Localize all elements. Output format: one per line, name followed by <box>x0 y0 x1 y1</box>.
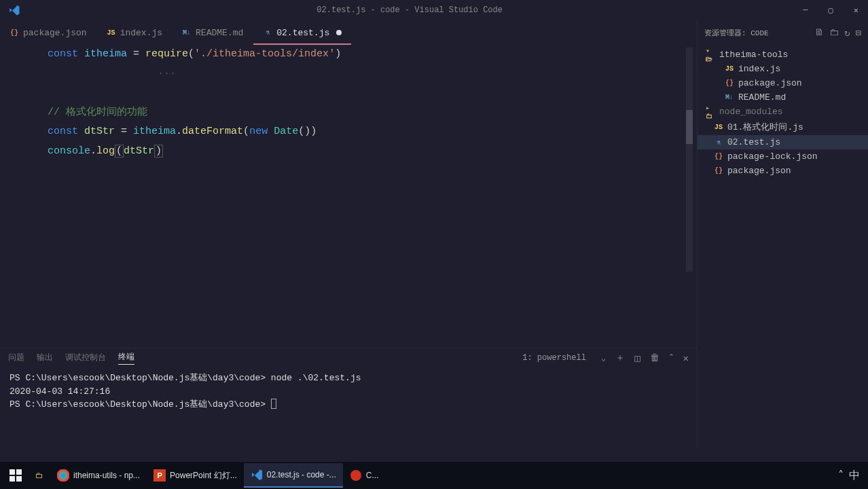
new-terminal-icon[interactable]: ＋ <box>615 352 625 364</box>
svg-rect-2 <box>10 476 15 482</box>
taskbar-chrome[interactable]: itheima-utils - np... <box>50 463 147 488</box>
start-button[interactable] <box>3 463 29 488</box>
code-line-2: const dtStr = itheima.dateFormat(new Dat… <box>48 122 683 142</box>
tab-02-test-js[interactable]: ⚗ 02.test.js <box>253 20 352 45</box>
tab-label: package.json <box>23 28 87 38</box>
taskbar-label: C... <box>366 471 379 480</box>
folder-open-icon: ▾ 🗁 <box>706 50 715 60</box>
new-folder-icon[interactable]: 🗀 <box>829 27 839 39</box>
explorer-header: 资源管理器: CODE 🗎 🗀 ↻ ⊟ <box>698 20 868 45</box>
powerpoint-icon: P <box>153 469 166 482</box>
windows-taskbar: 🗀 itheima-utils - np... P PowerPoint 幻灯.… <box>0 462 868 489</box>
chevron-down-icon[interactable]: ⌄ <box>601 353 606 363</box>
tree-label: README.md <box>738 92 786 103</box>
taskbar-vscode[interactable]: 02.test.js - code -... <box>244 463 343 488</box>
minimize-button[interactable]: ─ <box>799 4 812 17</box>
file-index-js[interactable]: JS index.js <box>698 62 868 76</box>
file-tree: ▾ 🗁 itheima-tools JS index.js {} package… <box>698 45 868 181</box>
tree-label: package.json <box>727 166 791 176</box>
md-icon: M↓ <box>725 93 734 103</box>
close-button[interactable]: ✕ <box>850 4 863 17</box>
title-bar: 02.test.js - code - Visual Studio Code ─… <box>0 0 868 20</box>
terminal-output[interactable]: PS C:\Users\escook\Desktop\Node.js基础\day… <box>0 367 697 462</box>
editor-area[interactable]: const itheima = require('./itheima-tools… <box>0 45 697 334</box>
close-panel-icon[interactable]: ✕ <box>683 352 689 364</box>
json-icon: {} <box>714 152 723 162</box>
tree-label: package.json <box>738 78 802 88</box>
kill-terminal-icon[interactable]: 🗑 <box>650 352 659 363</box>
svg-rect-3 <box>16 476 22 482</box>
file-package-lock-json[interactable]: {} package-lock.json <box>698 149 868 164</box>
taskbar-powerpoint[interactable]: P PowerPoint 幻灯... <box>147 463 244 488</box>
code-line-3: console.log(dtStr) <box>48 142 683 162</box>
vscode-icon <box>251 469 263 481</box>
scrollbar-thumb[interactable] <box>686 110 693 144</box>
code-editor[interactable]: const itheima = require('./itheima-tools… <box>0 45 697 161</box>
tray-ime-icon[interactable]: 中 <box>849 469 860 483</box>
collapse-icon[interactable]: ⊟ <box>856 27 861 39</box>
tree-label: index.js <box>738 64 780 74</box>
terminal-line: PS C:\Users\escook\Desktop\Node.js基础\day… <box>10 372 687 385</box>
new-file-icon[interactable]: 🗎 <box>814 27 824 39</box>
windows-icon <box>10 469 22 482</box>
file-02-test-js[interactable]: ⚗ 02.test.js <box>698 135 868 149</box>
taskbar-app-c[interactable]: C... <box>343 463 386 488</box>
tab-label: index.js <box>120 28 162 38</box>
terminal-prompt: PS C:\Users\escook\Desktop\Node.js基础\day… <box>10 398 687 412</box>
folder-itheima-tools[interactable]: ▾ 🗁 itheima-tools <box>698 48 868 62</box>
code-comment: // 格式化时间的功能 <box>48 103 683 123</box>
code-fold-dots: ··· <box>48 65 683 84</box>
tray-up-icon[interactable]: ˄ <box>838 469 844 483</box>
tab-dirty-indicator <box>336 30 342 35</box>
test-icon: ⚗ <box>714 138 723 147</box>
terminal-actions: 1: powershell ⌄ ＋ ◫ 🗑 ˄ ✕ <box>517 352 689 364</box>
folder-icon: 🗀 <box>35 471 43 480</box>
maximize-button[interactable]: ▢ <box>825 4 837 17</box>
panel-tab-debug[interactable]: 调试控制台 <box>65 352 106 365</box>
panel-tabs: 问题 输出 调试控制台 终端 1: powershell ⌄ ＋ ◫ 🗑 ˄ ✕ <box>0 348 697 367</box>
json-icon: {} <box>725 79 734 88</box>
js-icon: JS <box>714 122 723 132</box>
taskbar-label: PowerPoint 幻灯... <box>170 470 237 482</box>
chrome-icon <box>57 469 69 482</box>
folder-node-modules[interactable]: ▸ 🗀 node_modules <box>698 105 868 119</box>
file-01-format-js[interactable]: JS 01.格式化时间.js <box>698 119 868 135</box>
panel-tab-output[interactable]: 输出 <box>37 352 53 365</box>
md-icon: M↓ <box>182 28 192 37</box>
taskbar-label: 02.test.js - code -... <box>267 470 336 479</box>
js-icon: JS <box>725 65 734 74</box>
tab-readme-md[interactable]: M↓ README.md <box>173 20 253 45</box>
circle-icon <box>350 469 362 482</box>
tab-index-js[interactable]: JS index.js <box>97 20 173 45</box>
svg-rect-1 <box>16 469 22 475</box>
explorer-title: 资源管理器: CODE <box>704 28 809 38</box>
svg-point-5 <box>61 473 65 477</box>
svg-rect-0 <box>10 469 15 475</box>
panel-tab-terminal[interactable]: 终端 <box>118 351 134 365</box>
tab-package-json[interactable]: {} package.json <box>0 20 97 45</box>
file-root-package-json[interactable]: {} package.json <box>698 164 868 178</box>
explorer-sidebar: 资源管理器: CODE 🗎 🗀 ↻ ⊟ ▾ 🗁 itheima-tools JS… <box>697 20 868 447</box>
taskbar-label: itheima-utils - np... <box>73 471 140 480</box>
js-icon: JS <box>107 28 116 37</box>
maximize-panel-icon[interactable]: ˄ <box>669 352 674 364</box>
tree-label: 01.格式化时间.js <box>727 121 803 133</box>
file-explorer-button[interactable]: 🗀 <box>29 463 50 488</box>
terminal-panel: 问题 输出 调试控制台 终端 1: powershell ⌄ ＋ ◫ 🗑 ˄ ✕… <box>0 348 697 462</box>
terminal-shell-selector[interactable]: 1: powershell <box>517 352 592 363</box>
file-readme-md[interactable]: M↓ README.md <box>698 90 868 105</box>
terminal-cursor <box>271 399 276 409</box>
panel-tab-problems[interactable]: 问题 <box>8 352 24 365</box>
tree-label: node_modules <box>719 107 783 117</box>
json-icon: {} <box>714 166 723 176</box>
editor-scrollbar[interactable] <box>686 48 693 272</box>
tree-label: package-lock.json <box>727 151 818 162</box>
code-line-1: const itheima = require('./itheima-tools… <box>48 45 683 65</box>
system-tray[interactable]: ˄ 中 <box>838 469 865 483</box>
tab-label: 02.test.js <box>276 28 329 38</box>
split-terminal-icon[interactable]: ◫ <box>634 352 640 364</box>
refresh-icon[interactable]: ↻ <box>844 27 850 39</box>
window-title: 02.test.js - code - Visual Studio Code <box>20 5 799 15</box>
file-package-json[interactable]: {} package.json <box>698 76 868 90</box>
json-icon: {} <box>10 28 19 37</box>
